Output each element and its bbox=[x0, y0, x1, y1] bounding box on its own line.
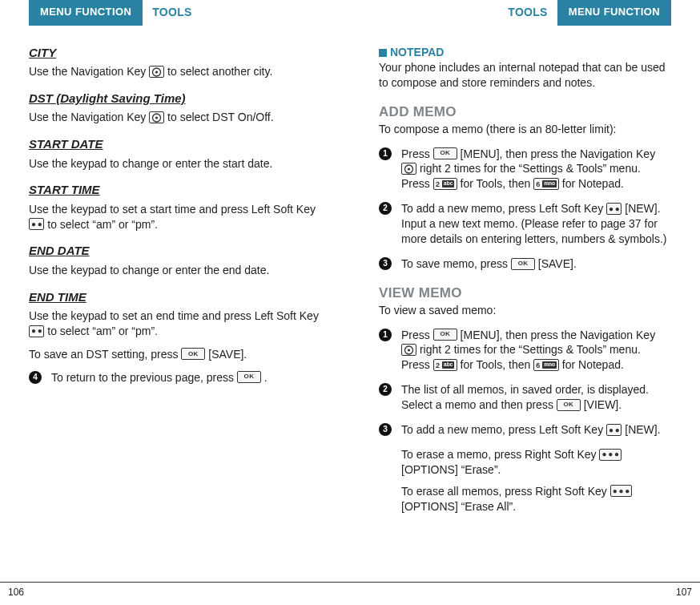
view-memo-heading: VIEW MEMO bbox=[379, 284, 671, 303]
add-step-1: 1 Press OK [MENU], then press the Naviga… bbox=[379, 147, 671, 192]
key-6-icon: 6mno bbox=[533, 178, 559, 190]
save-dst-text: To save an DST setting, press OK [SAVE]. bbox=[29, 347, 321, 362]
end-time-heading: END TIME bbox=[29, 289, 321, 305]
navigation-key-icon bbox=[401, 344, 416, 356]
step-badge-3: 3 bbox=[379, 257, 392, 270]
start-time-text: Use the keypad to set a start time and p… bbox=[29, 202, 321, 232]
right-page: TOOLS MENU FUNCTION NOTEPAD Your phone i… bbox=[350, 0, 700, 573]
step-badge-3: 3 bbox=[379, 423, 392, 436]
step-badge-1: 1 bbox=[379, 329, 392, 341]
dst-heading: DST (Daylight Saving Time) bbox=[29, 91, 321, 107]
square-bullet-icon bbox=[379, 49, 387, 57]
start-date-text: Use the keypad to change or enter the st… bbox=[29, 156, 321, 171]
menu-function-tab: MENU FUNCTION bbox=[557, 0, 671, 26]
right-soft-key-icon: ● ● ● bbox=[610, 485, 632, 497]
step-badge-1: 1 bbox=[379, 147, 392, 160]
step-badge-2: 2 bbox=[379, 383, 392, 396]
key-6-icon: 6mno bbox=[533, 359, 559, 371]
notepad-heading: NOTEPAD bbox=[379, 45, 671, 60]
view-step-1: 1 Press OK [MENU], then press the Naviga… bbox=[379, 328, 671, 373]
ok-key-icon: OK bbox=[511, 258, 535, 270]
ok-key-icon: OK bbox=[433, 147, 457, 159]
add-step-2: 2 To add a new memo, press Left Soft Key… bbox=[379, 201, 671, 247]
erase-all-memos-text: To erase all memos, press Right Soft Key… bbox=[379, 484, 671, 514]
left-soft-key-icon: ● ● bbox=[606, 424, 622, 436]
city-heading: CITY bbox=[29, 45, 321, 61]
right-header: TOOLS MENU FUNCTION bbox=[379, 0, 671, 24]
end-time-text: Use the keypad to set an end time and pr… bbox=[29, 309, 321, 339]
add-memo-desc: To compose a memo (there is an 80-letter… bbox=[379, 122, 671, 137]
add-step-3: 3 To save memo, press OK [SAVE]. bbox=[379, 256, 671, 272]
svg-point-1 bbox=[155, 71, 158, 73]
page-number-right: 107 bbox=[350, 583, 700, 599]
step-badge-4: 4 bbox=[29, 371, 42, 384]
end-date-heading: END DATE bbox=[29, 243, 321, 259]
svg-point-5 bbox=[408, 167, 410, 170]
ok-key-icon: OK bbox=[433, 329, 457, 341]
right-soft-key-icon: ● ● ● bbox=[599, 449, 621, 461]
tools-label-left: TOOLS bbox=[143, 0, 201, 20]
step-badge-2: 2 bbox=[379, 202, 392, 215]
left-soft-key-icon: ● ● bbox=[29, 325, 44, 337]
ok-key-icon: OK bbox=[181, 348, 205, 360]
left-soft-key-icon: ● ● bbox=[29, 218, 44, 230]
left-page: MENU FUNCTION TOOLS CITY Use the Navigat… bbox=[0, 0, 350, 573]
left-step-4: 4 To return to the previous page, press … bbox=[29, 370, 321, 385]
page-number-left: 106 bbox=[0, 583, 350, 599]
key-2-icon: 2abc bbox=[433, 359, 457, 371]
page-footer: 106 107 bbox=[0, 582, 700, 599]
menu-function-tab: MENU FUNCTION bbox=[29, 0, 143, 26]
navigation-key-icon bbox=[149, 66, 164, 78]
start-date-heading: START DATE bbox=[29, 136, 321, 152]
dst-text: Use the Navigation Key to select DST On/… bbox=[29, 110, 321, 125]
city-text: Use the Navigation Key to select another… bbox=[29, 64, 321, 79]
left-header: MENU FUNCTION TOOLS bbox=[29, 0, 321, 24]
navigation-key-icon bbox=[401, 163, 416, 175]
left-soft-key-icon: ● ● bbox=[606, 203, 622, 215]
key-2-icon: 2abc bbox=[433, 178, 457, 190]
svg-point-3 bbox=[155, 116, 158, 119]
svg-point-7 bbox=[408, 349, 410, 351]
view-step-2: 2 The list of all memos, in saved order,… bbox=[379, 382, 671, 413]
navigation-key-icon bbox=[149, 111, 164, 123]
erase-memo-text: To erase a memo, press Right Soft Key ● … bbox=[379, 447, 671, 478]
start-time-heading: START TIME bbox=[29, 182, 321, 198]
end-date-text: Use the keypad to change or enter the en… bbox=[29, 263, 321, 278]
add-memo-heading: ADD MEMO bbox=[379, 103, 671, 122]
view-step-3: 3 To add a new memo, press Left Soft Key… bbox=[379, 422, 671, 438]
tools-label-right: TOOLS bbox=[498, 0, 557, 20]
ok-key-icon: OK bbox=[557, 399, 581, 411]
ok-key-icon: OK bbox=[237, 371, 261, 383]
notepad-desc: Your phone includes an internal notepad … bbox=[379, 60, 671, 91]
view-memo-desc: To view a saved memo: bbox=[379, 303, 671, 318]
